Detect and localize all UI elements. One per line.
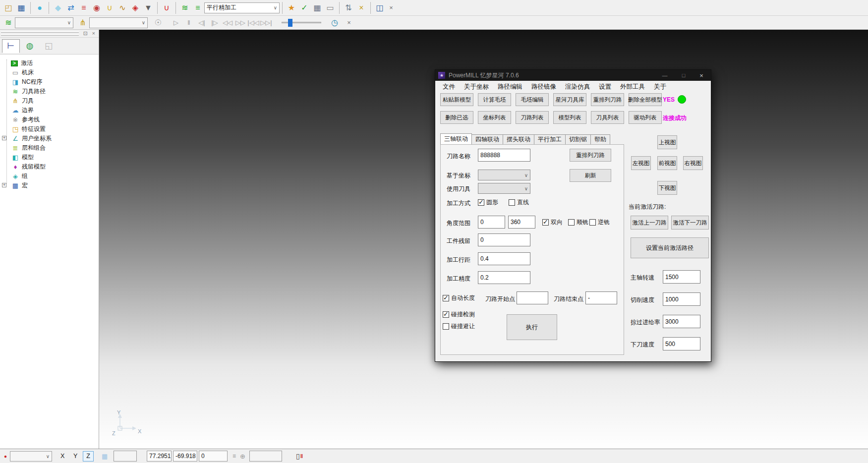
ucs-tool-icon[interactable]: ★ [285,1,298,14]
line-option[interactable]: 直线 [509,198,529,207]
step-forward-icon[interactable]: |▷ [208,19,221,26]
skim-feed-input[interactable] [663,315,700,328]
strategy-dropdown[interactable]: 平行精加工 ∨ [204,2,280,13]
coord-list-button[interactable]: 坐标列表 [478,111,511,124]
paste-new-model-button[interactable]: 粘贴新模型 [440,93,473,106]
statusbar-dropdown[interactable]: ∨ [10,451,52,462]
gripper[interactable] [1,31,79,33]
menu-path-mirror[interactable]: 路径镜像 [527,83,561,91]
viewmill-tab[interactable]: ◍ [21,39,39,53]
save-project-icon[interactable]: ▦ [15,1,28,14]
start-point-input[interactable] [517,291,548,304]
go-end-icon[interactable]: ▷▷| [260,19,273,26]
use-tool-select[interactable]: ∨ [478,183,530,194]
close-button[interactable]: × [694,70,709,81]
menu-settings[interactable]: 设置 [594,83,616,91]
recycle-tab[interactable]: ◱ [40,39,58,53]
print-icon[interactable]: ● [33,1,46,14]
statusbar-field[interactable] [249,451,282,462]
tree-item-tools[interactable]: ⋔刀具 [4,96,99,106]
verify-icon[interactable]: ✓ [298,1,311,14]
coord-list-icon[interactable]: ≡ [232,453,236,460]
dialog-titlebar[interactable]: ★ PowerMILL 忆梦星河 7.0.6 — □ × [435,70,711,81]
tab-tilthead[interactable]: 摆头联动 [503,134,534,145]
menu-path-edit[interactable]: 路径编辑 [493,83,527,91]
strategy-list-icon[interactable]: ≡ [191,1,204,14]
tab-help[interactable]: 帮助 [591,134,610,145]
pause-icon[interactable]: ‖ [182,19,195,26]
menu-about[interactable]: 关于 [649,83,671,91]
collision-detect-option[interactable]: 碰撞检测 [443,310,475,319]
tree-item-groups[interactable]: ◈组 [4,172,99,181]
bidirectional-option[interactable]: 双向 [542,218,563,227]
view-bottom-button[interactable]: 下视图 [657,181,677,195]
fast-forward-icon[interactable]: ▷▷ [234,19,247,26]
line-checkbox[interactable] [509,199,515,206]
toolpath-list-button[interactable]: 刀路列表 [516,111,549,124]
tree-item-toolpaths[interactable]: ≋刀具路径 [4,87,99,96]
tab-4axis[interactable]: 四轴联动 [472,134,503,145]
stepover-input[interactable] [478,252,530,265]
activate-prev-button[interactable]: 激活上一刀路 [631,216,668,230]
view-right-button[interactable]: 右视图 [683,156,703,170]
compute-stock-button[interactable]: 计算毛坯 [478,93,511,106]
tree-item-machine[interactable]: ▭机床 [4,68,99,77]
toolbar-close-icon[interactable]: × [344,18,354,28]
tree-item-macros[interactable]: ▦宏 [4,181,99,190]
tree-item-levels-sets[interactable]: ≣层和组合 [4,143,99,153]
gripper[interactable] [1,34,79,36]
speed-slider-handle[interactable] [288,19,292,27]
toolpath-strategies-icon[interactable]: ∪ [103,1,116,14]
view-front-button[interactable]: 前视图 [657,156,677,170]
speed-slider[interactable] [282,22,321,23]
maximize-button[interactable]: □ [676,70,691,81]
conventional-option[interactable]: 逆铣 [589,218,610,227]
tree-item-stock-models[interactable]: ♦残留模型 [4,162,99,172]
view-top-button[interactable]: 上视图 [657,135,677,149]
base-coord-select[interactable]: ∨ [478,170,530,180]
minimize-button[interactable]: — [657,70,672,81]
model-list-button[interactable]: 模型列表 [553,111,586,124]
tab-3axis[interactable]: 三轴联动 [440,133,472,145]
tab-saw[interactable]: 切割锯 [566,134,591,145]
stock-remain-input[interactable] [478,233,530,246]
angle-from-input[interactable] [478,216,505,229]
step-back-icon[interactable]: ◁| [195,19,208,26]
probe-icon[interactable]: ⊕ [240,453,245,460]
bidirectional-checkbox[interactable] [542,219,549,226]
menu-about-coords[interactable]: 关于坐标 [460,83,493,91]
collision-check-icon[interactable]: ∪ [160,1,173,14]
auto-length-option[interactable]: 自动长度 [443,294,475,302]
end-point-input[interactable] [585,291,617,304]
nc-program-icon[interactable]: ≡ [77,1,90,14]
play-icon[interactable]: ▷ [170,19,182,26]
collision-avoid-checkbox[interactable] [443,323,449,330]
climb-checkbox[interactable] [568,219,575,226]
close-panel-icon[interactable]: × [92,30,95,36]
tree-item-activate[interactable]: >激活 [4,58,99,68]
execute-button[interactable]: 执行 [507,314,557,340]
menu-render-sim[interactable]: 渲染仿真 [561,83,594,91]
activate-next-button[interactable]: 激活下一刀路 [671,216,709,230]
explorer-tab[interactable]: ⊢ [2,39,20,53]
stock-edit-button[interactable]: 毛坯编辑 [516,93,549,106]
conventional-checkbox[interactable] [589,219,596,226]
tree-item-workplanes[interactable]: ∠用户坐标系 [4,134,99,143]
toolpath-connections-icon[interactable]: ⇄ [64,1,77,14]
device-icon[interactable]: ▯ [296,452,300,460]
tree-item-feature-sets[interactable]: ◳特征设置 [4,124,99,134]
expand-icon[interactable] [2,183,6,187]
delete-all-models-button[interactable]: 删除全部模型 [629,93,662,106]
toolbar-close-icon[interactable]: × [386,3,396,13]
tolerance-input[interactable] [478,271,530,284]
shade-icon[interactable]: ☉ [152,16,165,29]
collision-detect-checkbox[interactable] [443,311,449,318]
drive-list-button[interactable]: 驱动列表 [629,111,662,124]
tool-library-button[interactable]: 星河刀具库 [553,93,586,106]
collision-avoid-option[interactable]: 碰撞避让 [443,322,475,331]
tool-list-button[interactable]: 刀具列表 [591,111,624,124]
tree-item-patterns[interactable]: ※参考线 [4,115,99,124]
menu-external-tools[interactable]: 外部工具 [616,83,649,91]
ruler-icon[interactable]: ▭ [324,1,337,14]
block-icon[interactable]: ◆ [52,1,64,14]
